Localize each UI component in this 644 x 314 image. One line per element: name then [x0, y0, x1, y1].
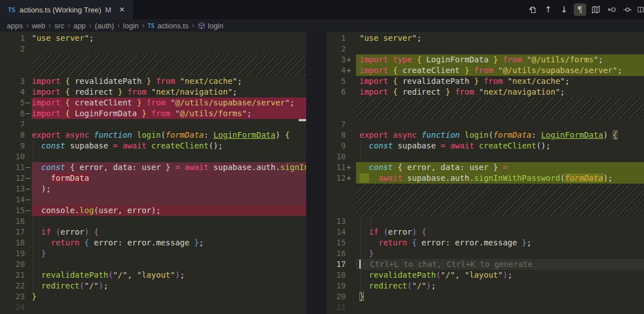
- gutter: [327, 97, 356, 119]
- modified-editor-pane[interactable]: 1"use server";23+import type { LoginForm…: [327, 32, 644, 314]
- code-text: "use server";: [356, 33, 644, 44]
- split-editor-icon[interactable]: [637, 3, 644, 16]
- code-text: [32, 151, 306, 162]
- code-line[interactable]: 4+import { createClient } from "@/utils/…: [327, 65, 644, 76]
- arrow-left-circle-icon[interactable]: [605, 3, 618, 16]
- code-line[interactable]: 14−: [0, 194, 306, 205]
- original-editor-pane[interactable]: 1"use server";23import { revalidatePath …: [0, 32, 306, 314]
- gutter: 2: [0, 44, 32, 54]
- code-token: [359, 270, 369, 279]
- breadcrumb-item-src[interactable]: src: [54, 22, 64, 30]
- code-token: error: [388, 227, 412, 236]
- breadcrumb-item-actions-ts[interactable]: TSactions.ts: [148, 22, 189, 30]
- code-line[interactable]: 18 revalidatePath("/", "layout");: [327, 270, 644, 281]
- diff-sign: [346, 33, 357, 44]
- code-token: }: [464, 66, 469, 75]
- code-line[interactable]: 6−import { LoginFormData } from "@/utils…: [0, 108, 306, 119]
- code-line[interactable]: 11− const { error, data: user } = await …: [0, 162, 306, 173]
- code-line[interactable]: 14 if (error) {: [327, 227, 644, 237]
- code-token: [388, 87, 393, 96]
- code-line[interactable]: 3+import type { LoginFormData } from "@/…: [327, 54, 644, 65]
- map-icon[interactable]: [590, 3, 602, 16]
- code-line[interactable]: 8export async function login(formData: L…: [0, 130, 306, 141]
- code-line[interactable]: 1"use server";: [327, 33, 644, 44]
- code-line[interactable]: 12− formData: [0, 173, 306, 184]
- code-token: from: [156, 77, 175, 86]
- git-commit-icon[interactable]: [621, 3, 634, 16]
- breadcrumb-item-login[interactable]: login: [123, 22, 138, 30]
- breadcrumb-item-login[interactable]: login: [198, 22, 223, 30]
- code-line[interactable]: 20: [0, 259, 306, 270]
- code-line[interactable]: 20}: [327, 291, 644, 302]
- toggle-whitespace-icon[interactable]: ¶: [574, 3, 586, 16]
- code-line[interactable]: 24: [0, 302, 306, 313]
- code-line[interactable]: 2: [327, 44, 644, 54]
- code-line[interactable]: 7: [327, 119, 644, 130]
- code-token: if: [369, 227, 379, 236]
- breadcrumb-item-web[interactable]: web: [32, 22, 45, 30]
- code-token: if: [41, 227, 51, 236]
- code-line[interactable]: 10: [0, 151, 306, 162]
- code-line[interactable]: 8export async function login(formData: L…: [327, 130, 644, 141]
- code-line[interactable]: 16 }: [327, 248, 644, 259]
- overview-ruler-marker[interactable]: [299, 119, 306, 121]
- code-line[interactable]: 15− console.log(user, error);: [0, 205, 306, 216]
- code-token: [388, 130, 393, 139]
- code-text: import { createClient } from "@/utils/su…: [32, 97, 306, 108]
- diff-sign: [25, 281, 32, 291]
- code-token: error: [61, 227, 84, 236]
- code-token: supabase: [65, 141, 113, 150]
- code-token: ": [450, 270, 455, 279]
- code-line[interactable]: 21 revalidatePath("/", "layout");: [0, 270, 306, 281]
- code-line[interactable]: 16: [0, 216, 306, 227]
- code-line[interactable]: 21: [327, 302, 644, 313]
- code-line[interactable]: 5import { revalidatePath } from "next/ca…: [327, 76, 644, 87]
- code-token: import: [359, 66, 388, 75]
- code-line[interactable]: 19 }: [0, 248, 306, 259]
- code-line[interactable]: 22 redirect("/");: [0, 281, 306, 291]
- tab-actions-ts[interactable]: TS actions.ts (Working Tree) M ✕: [0, 0, 133, 19]
- code-line[interactable]: 3import { revalidatePath } from "next/ca…: [0, 76, 306, 87]
- next-change-icon[interactable]: ↓: [558, 3, 570, 16]
- code-line[interactable]: 10: [327, 151, 644, 162]
- code-line[interactable]: 13: [327, 216, 644, 227]
- code-line[interactable]: 7: [0, 119, 306, 130]
- code-line[interactable]: 17 Ctrl+L to chat, Ctrl+K to generate: [327, 259, 644, 270]
- code-token: [388, 66, 393, 75]
- code-line[interactable]: 11+ const { error, data: user } =: [327, 162, 644, 173]
- breadcrumb-label: login: [208, 22, 223, 30]
- diff-sign: +: [346, 173, 357, 184]
- code-line[interactable]: 4import { redirect } from "next/navigati…: [0, 87, 306, 97]
- editor-divider[interactable]: [306, 32, 327, 314]
- code-token: revalidatePath: [70, 77, 146, 86]
- code-line[interactable]: 15 return { error: error.message };: [327, 237, 644, 248]
- code-line[interactable]: 17 if (error) {: [0, 227, 306, 237]
- breadcrumb-item-app[interactable]: app: [73, 22, 86, 30]
- line-number: 5: [0, 97, 25, 108]
- code-token: @/utils/forms: [532, 55, 594, 64]
- code-line[interactable]: 9 const supabase = await createClient();: [327, 141, 644, 151]
- code-line[interactable]: 1"use server";: [0, 33, 306, 44]
- code-token: error: error.message: [89, 238, 194, 247]
- code-line[interactable]: 18 return { error: error.message };: [0, 237, 306, 248]
- code-line[interactable]: 23}: [0, 291, 306, 302]
- code-token: const: [41, 141, 65, 150]
- code-token: next/cache: [512, 77, 560, 86]
- code-line[interactable]: 9 const supabase = await createClient();: [0, 141, 306, 151]
- code-line[interactable]: 2: [0, 44, 306, 54]
- line-number: 18: [327, 270, 346, 281]
- code-line[interactable]: 19 redirect("/");: [327, 281, 644, 291]
- code-token: [61, 87, 65, 96]
- breadcrumb-item-apps[interactable]: apps: [7, 22, 23, 30]
- code-line[interactable]: 6import { redirect } from "next/navigati…: [327, 87, 644, 97]
- diff-filler-region: [0, 54, 306, 76]
- breadcrumb-item--auth-[interactable]: (auth): [95, 22, 114, 30]
- previous-change-icon[interactable]: ↑: [542, 3, 554, 16]
- typescript-file-icon: TS: [148, 23, 155, 29]
- code-text: revalidatePath("/", "layout");: [32, 270, 306, 281]
- code-line[interactable]: 12+ await supabase.auth.signInWithPasswo…: [327, 173, 644, 184]
- code-line[interactable]: 13− );: [0, 184, 306, 194]
- revert-file-icon[interactable]: [526, 3, 539, 16]
- close-icon[interactable]: ✕: [117, 5, 126, 15]
- code-line[interactable]: 5−import { createClient } from "@/utils/…: [0, 97, 306, 108]
